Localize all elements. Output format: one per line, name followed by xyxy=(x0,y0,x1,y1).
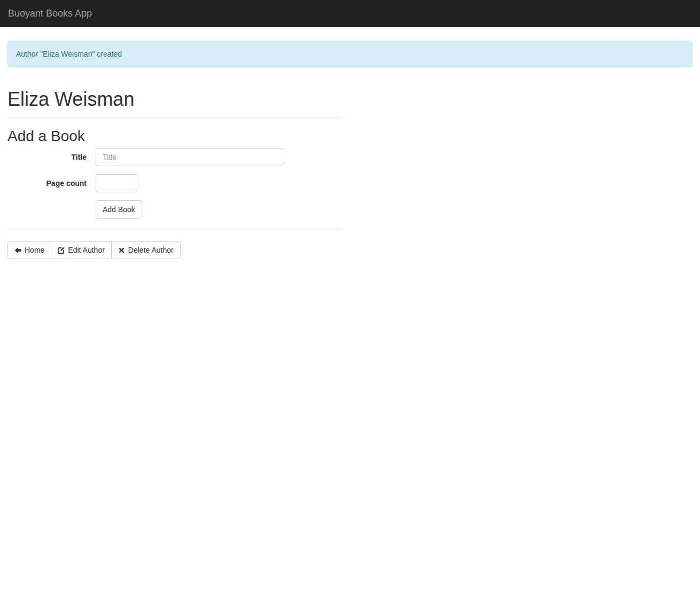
alert-message: Author "Eliza Weisman" created xyxy=(16,50,122,58)
alert-info: Author "Eliza Weisman" created xyxy=(7,41,693,67)
divider xyxy=(7,118,343,118)
title-input[interactable] xyxy=(96,148,283,166)
navbar-brand[interactable]: Buoyant Books App xyxy=(0,0,100,27)
add-book-button[interactable]: Add Book xyxy=(96,200,142,219)
main-container: Author "Eliza Weisman" created Eliza Wei… xyxy=(0,41,700,259)
add-book-form: Title Page count Add Book xyxy=(7,148,343,219)
home-button[interactable]: Home xyxy=(7,241,51,259)
page: Buoyant Books App Author "Eliza Weisman"… xyxy=(0,0,700,608)
arrow-left-icon xyxy=(14,247,21,254)
edit-author-button-label: Edit Author xyxy=(68,245,105,255)
home-button-label: Home xyxy=(25,245,44,255)
delete-author-button-label: Delete Author xyxy=(128,245,174,255)
edit-author-button[interactable]: Edit Author xyxy=(51,241,112,259)
top-navbar: Buoyant Books App xyxy=(0,0,700,27)
content-column: Eliza Weisman Add a Book Title Page coun… xyxy=(7,89,343,259)
page-count-label: Page count xyxy=(7,174,96,192)
page-count-form-group: Page count xyxy=(7,174,343,192)
divider xyxy=(7,229,343,229)
submit-form-group: Add Book xyxy=(7,200,343,219)
page-title: Eliza Weisman xyxy=(7,89,343,110)
submit-control: Add Book xyxy=(96,200,142,219)
title-form-group: Title xyxy=(7,148,343,166)
edit-pencil-square-icon xyxy=(58,247,65,254)
author-actions-group: Home Edit Author xyxy=(7,241,181,259)
remove-x-icon xyxy=(118,247,125,254)
delete-author-button[interactable]: Delete Author xyxy=(111,241,181,259)
title-label: Title xyxy=(7,148,96,166)
page-count-control xyxy=(96,174,137,192)
add-book-heading: Add a Book xyxy=(7,128,343,145)
title-control xyxy=(96,148,283,166)
page-count-input[interactable] xyxy=(96,174,137,192)
